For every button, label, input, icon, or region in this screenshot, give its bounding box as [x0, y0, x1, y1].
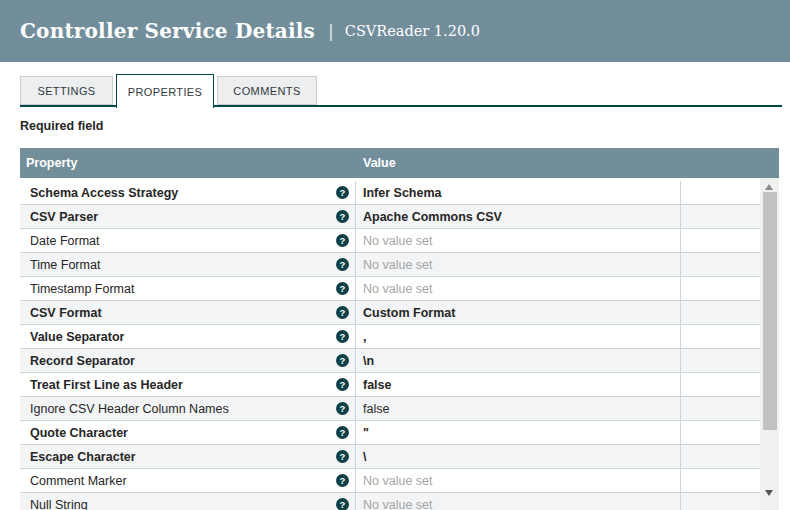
grid-rows: Schema Access Strategy ? Infer Schema CS…	[20, 181, 760, 510]
scroll-up-icon[interactable]	[765, 184, 773, 190]
grid-header: Property Value	[20, 148, 779, 178]
property-name: Treat First Line as Header	[30, 378, 183, 392]
property-value: No value set	[363, 258, 432, 272]
property-cell: Timestamp Format ?	[20, 277, 356, 300]
property-value: No value set	[363, 234, 432, 248]
property-value: No value set	[363, 474, 432, 488]
value-cell: false	[356, 397, 681, 420]
help-icon[interactable]: ?	[336, 474, 349, 487]
table-row[interactable]: Comment Marker ? No value set	[20, 469, 760, 493]
table-row[interactable]: CSV Format ? Custom Format	[20, 301, 760, 325]
property-cell: Value Separator ?	[20, 325, 356, 348]
property-name: Comment Marker	[30, 474, 127, 488]
value-cell: false	[356, 373, 681, 396]
empty-cell	[681, 301, 760, 324]
property-value: \	[363, 450, 366, 464]
help-icon[interactable]: ?	[336, 282, 349, 295]
property-name: Null String	[30, 498, 88, 510]
table-row[interactable]: Quote Character ? "	[20, 421, 760, 445]
table-row[interactable]: Escape Character ? \	[20, 445, 760, 469]
property-value: false	[363, 378, 392, 392]
property-value: No value set	[363, 498, 432, 510]
property-cell: Null String ?	[20, 493, 356, 510]
column-header-value: Value	[363, 148, 396, 178]
property-name: Date Format	[30, 234, 99, 248]
required-field-note: Required field	[20, 119, 103, 133]
empty-cell	[681, 277, 760, 300]
value-cell: No value set	[356, 277, 681, 300]
empty-cell	[681, 421, 760, 444]
table-row[interactable]: Timestamp Format ? No value set	[20, 277, 760, 301]
tab-comments[interactable]: COMMENTS	[217, 76, 317, 105]
value-cell: ,	[356, 325, 681, 348]
help-icon[interactable]: ?	[336, 426, 349, 439]
property-name: Value Separator	[30, 330, 125, 344]
help-icon[interactable]: ?	[336, 378, 349, 391]
property-cell: CSV Format ?	[20, 301, 356, 324]
property-cell: Comment Marker ?	[20, 469, 356, 492]
property-name: Record Separator	[30, 354, 135, 368]
dialog-subtitle: CSVReader 1.20.0	[345, 23, 480, 39]
empty-cell	[681, 397, 760, 420]
property-cell: CSV Parser ?	[20, 205, 356, 228]
property-value: Apache Commons CSV	[363, 210, 502, 224]
property-name: Time Format	[30, 258, 100, 272]
dialog-title: Controller Service Details	[20, 19, 315, 43]
table-row[interactable]: Schema Access Strategy ? Infer Schema	[20, 181, 760, 205]
vertical-scrollbar[interactable]	[760, 178, 779, 510]
help-icon[interactable]: ?	[336, 186, 349, 199]
help-icon[interactable]: ?	[336, 234, 349, 247]
help-icon[interactable]: ?	[336, 450, 349, 463]
table-row[interactable]: Null String ? No value set	[20, 493, 760, 510]
table-row[interactable]: Value Separator ? ,	[20, 325, 760, 349]
property-cell: Time Format ?	[20, 253, 356, 276]
empty-cell	[681, 445, 760, 468]
tab-settings[interactable]: SETTINGS	[20, 76, 113, 105]
empty-cell	[681, 181, 760, 204]
empty-cell	[681, 229, 760, 252]
table-row[interactable]: Date Format ? No value set	[20, 229, 760, 253]
property-cell: Quote Character ?	[20, 421, 356, 444]
value-cell: No value set	[356, 253, 681, 276]
value-cell: No value set	[356, 469, 681, 492]
property-cell: Schema Access Strategy ?	[20, 181, 356, 204]
empty-cell	[681, 325, 760, 348]
table-row[interactable]: Ignore CSV Header Column Names ? false	[20, 397, 760, 421]
property-value: ,	[363, 330, 366, 344]
value-cell: Apache Commons CSV	[356, 205, 681, 228]
value-cell: No value set	[356, 493, 681, 510]
value-cell: Custom Format	[356, 301, 681, 324]
help-icon[interactable]: ?	[336, 210, 349, 223]
scroll-down-icon[interactable]	[765, 490, 773, 496]
help-icon[interactable]: ?	[336, 330, 349, 343]
empty-cell	[681, 205, 760, 228]
property-value: \n	[363, 354, 374, 368]
property-name: CSV Format	[30, 306, 102, 320]
scrollbar-thumb[interactable]	[763, 192, 777, 430]
help-icon[interactable]: ?	[336, 498, 349, 510]
table-row[interactable]: Record Separator ? \n	[20, 349, 760, 373]
empty-cell	[681, 373, 760, 396]
empty-cell	[681, 469, 760, 492]
help-icon[interactable]: ?	[336, 402, 349, 415]
value-cell: \n	[356, 349, 681, 372]
help-icon[interactable]: ?	[336, 258, 349, 271]
property-name: Schema Access Strategy	[30, 186, 178, 200]
tab-label: COMMENTS	[233, 85, 300, 97]
table-row[interactable]: Time Format ? No value set	[20, 253, 760, 277]
property-name: Escape Character	[30, 450, 136, 464]
controller-service-details-dialog: Controller Service Details | CSVReader 1…	[0, 0, 790, 510]
help-icon[interactable]: ?	[336, 306, 349, 319]
column-header-property: Property	[26, 148, 77, 178]
property-value: "	[363, 426, 369, 440]
empty-cell	[681, 493, 760, 510]
dialog-header: Controller Service Details | CSVReader 1…	[0, 0, 790, 62]
table-row[interactable]: CSV Parser ? Apache Commons CSV	[20, 205, 760, 229]
tab-label: SETTINGS	[37, 85, 95, 97]
property-name: CSV Parser	[30, 210, 98, 224]
tab-properties[interactable]: PROPERTIES	[116, 74, 214, 108]
value-cell: \	[356, 445, 681, 468]
help-icon[interactable]: ?	[336, 354, 349, 367]
property-value: false	[363, 402, 389, 416]
table-row[interactable]: Treat First Line as Header ? false	[20, 373, 760, 397]
